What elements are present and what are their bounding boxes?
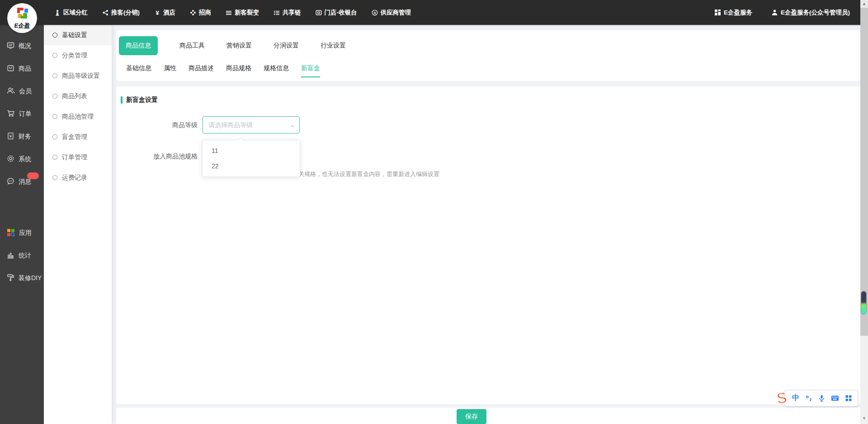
footer-bar: 保存 bbox=[116, 408, 860, 424]
topbar-menu: 区域分红 推客(分销) ¥ 酒店 招商 新客裂变 共享链 门店-收银台 S 供应… bbox=[54, 0, 411, 25]
circle-icon bbox=[52, 73, 57, 78]
sidebar-item-system[interactable]: 系统 bbox=[0, 148, 44, 171]
sidebar-item-label: 商品 bbox=[19, 65, 31, 73]
topbar-item-investment[interactable]: 招商 bbox=[190, 9, 211, 17]
topbar-item-fission[interactable]: 新客裂变 bbox=[226, 9, 259, 17]
ime-keyboard-icon[interactable] bbox=[831, 395, 839, 401]
submenu-item-freight[interactable]: 运费记录 bbox=[44, 167, 112, 188]
submenu-item-label: 基础设置 bbox=[62, 31, 87, 39]
topbar-item-store-cashier[interactable]: 门店-收银台 bbox=[316, 9, 357, 17]
subtab-spec[interactable]: 商品规格 bbox=[226, 64, 251, 77]
main-tabs: 商品信息 商品工具 营销设置 分润设置 行业设置 bbox=[119, 36, 860, 55]
topbar-item-hotel[interactable]: ¥ 酒店 bbox=[154, 9, 175, 17]
sidebar-main-group: 概况 商品 会员 订单 ¥ 财务 系统 消息 ... bbox=[0, 35, 44, 193]
topbar-item-label: 门店-收银台 bbox=[325, 9, 357, 17]
section-accent-bar bbox=[121, 96, 123, 104]
scrollbar-up-arrow[interactable]: ▲ bbox=[860, 0, 868, 8]
topbar-item-promoter[interactable]: 推客(分销) bbox=[102, 9, 140, 17]
submenu-item-category[interactable]: 分类管理 bbox=[44, 45, 112, 66]
sidebar-item-members[interactable]: 会员 bbox=[0, 80, 44, 103]
submenu-item-goods-level[interactable]: 商品等级设置 bbox=[44, 66, 112, 86]
submenu-item-order-mgmt[interactable]: 订单管理 bbox=[44, 147, 112, 167]
level-select[interactable] bbox=[203, 116, 300, 133]
sidebar-item-goods[interactable]: 商品 bbox=[0, 57, 44, 80]
sidebar-item-overview[interactable]: 概况 bbox=[0, 35, 44, 57]
scrollbar-track[interactable] bbox=[860, 8, 868, 336]
sidebar-item-label: 订单 bbox=[19, 110, 32, 118]
users-icon bbox=[7, 87, 15, 96]
logo-wordmark: E企盈 bbox=[7, 22, 38, 30]
grid-icon bbox=[714, 9, 721, 16]
pool-field-label: 放入商品池规格 bbox=[116, 152, 198, 161]
topbar: 区域分红 推客(分销) ¥ 酒店 招商 新客裂变 共享链 门店-收银台 S 供应… bbox=[0, 0, 868, 25]
ime-toolbox-icon[interactable] bbox=[845, 395, 852, 402]
subtab-spec-info[interactable]: 规格信息 bbox=[264, 64, 289, 77]
app-logo[interactable]: E企盈 bbox=[7, 3, 37, 33]
submenu-item-basic-settings[interactable]: 基础设置 bbox=[44, 25, 112, 45]
topbar-account-menu[interactable]: E企盈服务(公众号管理员) bbox=[771, 9, 850, 17]
main-area: 商品信息 商品工具 营销设置 分润设置 行业设置 基础信息 属性 商品描述 商品… bbox=[112, 25, 860, 424]
sidebar-item-finance[interactable]: ¥ 财务 bbox=[0, 125, 44, 148]
scrollbar-thumb[interactable] bbox=[861, 291, 867, 314]
topbar-service-label: E企盈服务 bbox=[724, 9, 752, 17]
ime-toolbar: S 中 bbox=[777, 389, 858, 407]
circle-icon bbox=[52, 114, 57, 119]
subtab-description[interactable]: 商品描述 bbox=[189, 64, 214, 77]
tab-marketing[interactable]: 营销设置 bbox=[226, 42, 252, 50]
ime-chinese-mode[interactable]: 中 bbox=[792, 393, 799, 403]
level-dropdown: 11 22 bbox=[202, 140, 300, 177]
logo-mark-icon bbox=[14, 7, 30, 21]
subtab-attributes[interactable]: 属性 bbox=[164, 64, 176, 77]
tab-industry[interactable]: 行业设置 bbox=[321, 42, 346, 50]
topbar-right: E企盈服务 E企盈服务(公众号管理员) bbox=[714, 0, 850, 25]
save-button[interactable]: 保存 bbox=[457, 409, 486, 424]
sidebar-secondary-group: 应用 统计 装修DIY bbox=[0, 222, 44, 290]
topbar-item-supplier[interactable]: S 供应商管理 bbox=[372, 9, 411, 17]
submenu-item-goods-list[interactable]: 商品列表 bbox=[44, 86, 112, 106]
ime-punctuation-icon[interactable] bbox=[805, 395, 812, 402]
sidebar-item-apps[interactable]: 应用 bbox=[0, 222, 44, 244]
topbar-service-menu[interactable]: E企盈服务 bbox=[714, 9, 752, 17]
finance-icon: ¥ bbox=[7, 132, 14, 141]
ime-panel: 中 bbox=[784, 390, 858, 406]
sidebar-item-stats[interactable]: 统计 bbox=[0, 244, 44, 267]
user-icon bbox=[771, 9, 778, 16]
dropdown-notch bbox=[238, 137, 244, 143]
bar-chart-icon bbox=[7, 251, 14, 260]
dropdown-option[interactable]: 11 bbox=[203, 143, 300, 158]
topbar-item-label: 区域分红 bbox=[63, 9, 88, 17]
scrollbar-down-arrow[interactable]: ▼ bbox=[860, 416, 868, 420]
submenu-item-goods-pool[interactable]: 商品池管理 bbox=[44, 106, 112, 127]
sidebar-item-diy[interactable]: 装修DIY bbox=[0, 267, 44, 290]
menu-lines-icon bbox=[226, 10, 232, 16]
circle-icon bbox=[52, 134, 57, 139]
submenu-item-blindbox[interactable]: 盲盒管理 bbox=[44, 127, 112, 147]
topbar-item-sharechain[interactable]: 共享链 bbox=[274, 9, 301, 17]
submenu-item-label: 盲盒管理 bbox=[62, 133, 87, 141]
submenu-item-label: 商品等级设置 bbox=[62, 72, 100, 80]
topbar-item-region-dividend[interactable]: 区域分红 bbox=[54, 9, 88, 17]
topbar-item-label: 供应商管理 bbox=[381, 9, 411, 17]
subtab-basic-info[interactable]: 基础信息 bbox=[126, 64, 151, 77]
sidebar-item-orders[interactable]: 订单 bbox=[0, 103, 44, 125]
sidebar-item-label: 装修DIY bbox=[19, 274, 42, 282]
apps-icon bbox=[7, 229, 15, 238]
circle-icon bbox=[52, 94, 57, 99]
chevron-up-icon[interactable] bbox=[290, 123, 295, 131]
sidebar-item-label: 系统 bbox=[19, 155, 31, 163]
section-title: 新盲盒设置 bbox=[126, 96, 158, 104]
tab-goods-info[interactable]: 商品信息 bbox=[119, 36, 158, 55]
subtab-new-blindbox[interactable]: 新盲盒 bbox=[301, 64, 320, 77]
level-select-input[interactable] bbox=[203, 117, 299, 133]
yen-icon: ¥ bbox=[154, 10, 160, 16]
sidebar-item-messages[interactable]: 消息 ... bbox=[0, 171, 44, 193]
secondary-sidebar: 基础设置 分类管理 商品等级设置 商品列表 商品池管理 盲盒管理 订单管理 运费… bbox=[44, 25, 112, 424]
circle-icon bbox=[52, 175, 57, 180]
dropdown-option[interactable]: 22 bbox=[203, 158, 300, 174]
tab-profit[interactable]: 分润设置 bbox=[274, 42, 299, 50]
ime-mic-icon[interactable] bbox=[818, 395, 825, 402]
overview-icon bbox=[7, 42, 14, 51]
sidebar-item-label: 财务 bbox=[19, 133, 31, 141]
tab-goods-tools[interactable]: 商品工具 bbox=[179, 42, 205, 50]
sidebar-item-label: 应用 bbox=[19, 229, 32, 237]
